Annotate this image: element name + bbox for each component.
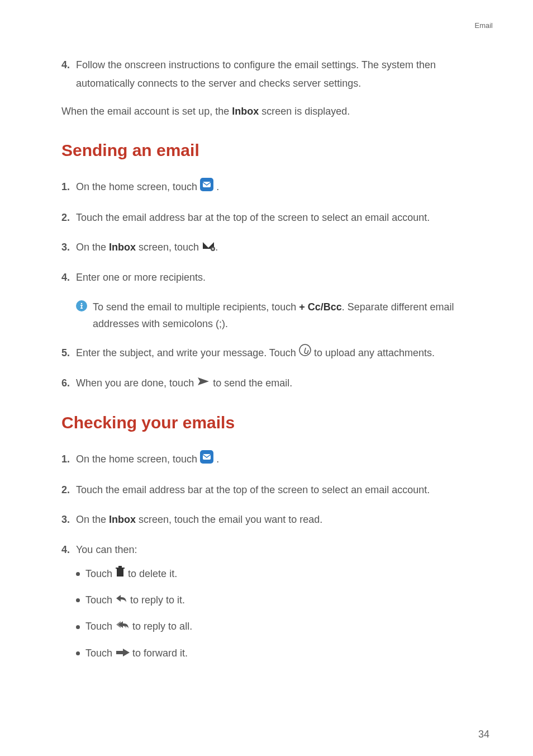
bullet-reply-all-pre: Touch [85, 617, 112, 636]
bullet-reply-post: to reply to it. [130, 591, 185, 609]
bullet-delete: Touch to delete it. [76, 565, 477, 583]
checking-heading: Checking your emails [61, 413, 477, 432]
sending-info-bold: + Cc/Bcc [299, 301, 342, 313]
forward-icon [115, 644, 130, 663]
svg-rect-14 [116, 651, 124, 654]
bullet-reply: Touch to reply to it. [76, 591, 477, 609]
intro-closing-post: screen is displayed. [259, 106, 350, 117]
bullet-dot [76, 625, 80, 629]
sending-s2-text: Touch the email address bar at the top o… [76, 209, 477, 227]
svg-rect-10 [203, 454, 211, 460]
email-app-icon [200, 178, 213, 197]
bullet-forward: Touch to forward it. [76, 644, 477, 663]
sending-s6-post: to send the email. [213, 377, 292, 389]
checking-s3-number: 3. [61, 511, 76, 529]
sending-s3-number: 3. [61, 238, 76, 257]
sending-s3-mid: screen, touch [136, 242, 202, 253]
svg-rect-11 [117, 569, 123, 577]
checking-s1-number: 1. [61, 450, 76, 470]
bullet-reply-all: Touch to reply to all. [76, 617, 477, 636]
checking-s4-text: You can then: [76, 541, 477, 559]
intro-closing-bold: Inbox [232, 106, 259, 117]
sending-s5-pre: Enter the subject, and write your messag… [76, 347, 299, 358]
sending-info-pre: To send the email to multiple recipients… [93, 301, 299, 313]
checking-s1-post: . [216, 453, 219, 465]
bullet-dot [76, 572, 80, 576]
checking-s3-post: screen, touch the email you want to read… [136, 514, 322, 525]
sending-s5-number: 5. [61, 344, 76, 363]
checking-s3-bold: Inbox [109, 514, 136, 525]
bullet-reply-pre: Touch [85, 591, 112, 609]
info-icon [76, 300, 87, 317]
reply-all-icon [115, 617, 130, 636]
sending-s1-number: 1. [61, 178, 76, 197]
intro-step4-number: 4. [61, 56, 76, 93]
sending-s3-pre: On the [76, 242, 109, 253]
svg-point-4 [81, 303, 83, 304]
sending-s5-post: to upload any attachments. [314, 347, 435, 358]
checking-s3-pre: On the [76, 514, 109, 525]
sending-s3-post: . [215, 242, 218, 253]
page-number: 34 [478, 729, 489, 740]
intro-step4-text: Follow the onscreen instructions to conf… [76, 56, 477, 93]
sending-s4-text: Enter one or more recipients. [76, 268, 477, 287]
send-icon [197, 374, 210, 393]
bullet-reply-all-post: to reply to all. [132, 617, 192, 636]
email-app-icon [200, 450, 213, 470]
sending-s6-pre: When you are done, touch [76, 377, 197, 389]
reply-icon [115, 591, 127, 609]
intro-closing: When the email account is set up, the In… [61, 102, 477, 121]
compose-icon [202, 239, 215, 257]
sending-s3-text: On the Inbox screen, touch . [76, 238, 477, 257]
attachment-icon [299, 344, 311, 362]
bullet-forward-post: to forward it. [132, 644, 188, 663]
svg-rect-1 [203, 182, 211, 187]
sending-s6-text: When you are done, touch to send the ema… [76, 374, 477, 393]
sending-s1-text: On the home screen, touch . [76, 178, 477, 197]
sending-s5-text: Enter the subject, and write your messag… [76, 344, 477, 363]
bullet-forward-pre: Touch [85, 644, 112, 663]
checking-s1-text: On the home screen, touch . [76, 450, 477, 470]
sending-s1-pre: On the home screen, touch [76, 181, 200, 192]
checking-s2-text: Touch the email address bar at the top o… [76, 481, 477, 499]
checking-s3-text: On the Inbox screen, touch the email you… [76, 511, 477, 529]
sending-s4-number: 4. [61, 268, 76, 287]
bullet-dot [76, 598, 80, 602]
bullet-delete-pre: Touch [85, 565, 112, 583]
checking-s2-number: 2. [61, 481, 76, 499]
checking-s4-number: 4. [61, 541, 76, 559]
sending-heading: Sending an email [61, 141, 477, 160]
svg-rect-7 [80, 308, 83, 309]
svg-rect-13 [118, 566, 122, 568]
sending-s3-bold: Inbox [109, 242, 136, 253]
bullet-dot [76, 651, 80, 655]
svg-rect-12 [116, 568, 125, 569]
intro-closing-pre: When the email account is set up, the [61, 106, 232, 117]
bullet-delete-post: to delete it. [128, 565, 177, 583]
sending-info-note: To send the email to multiple recipients… [76, 299, 477, 333]
sending-s6-number: 6. [61, 374, 76, 393]
checking-s1-pre: On the home screen, touch [76, 453, 200, 465]
page-header-category: Email [474, 21, 493, 30]
sending-s2-number: 2. [61, 209, 76, 227]
sending-s1-post: . [216, 181, 219, 192]
trash-icon [115, 565, 125, 583]
